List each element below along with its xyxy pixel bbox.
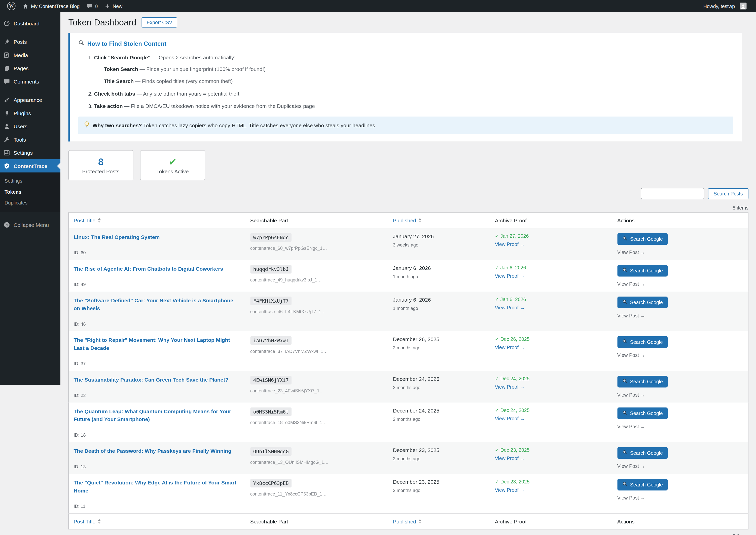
view-proof-link[interactable]: View Proof →	[495, 487, 525, 493]
header-actions: Actions	[612, 213, 748, 228]
magnifier-icon	[78, 40, 85, 48]
table-row: The Quantum Leap: What Quantum Computing…	[69, 403, 748, 442]
view-proof-link[interactable]: View Proof →	[495, 273, 525, 279]
post-title-link[interactable]: The Quantum Leap: What Quantum Computing…	[74, 408, 240, 424]
post-title-link[interactable]: The "Software-Defined" Car: Your Next Ve…	[74, 297, 240, 313]
footer-post-title[interactable]: Post Title	[69, 514, 245, 529]
searchable-part-cell: OUnIlSMHMgcG contenttrace_13_OUnIlSMHMgc…	[245, 442, 388, 474]
admin-sidebar: Dashboard Posts Media Pages Comments	[0, 12, 60, 385]
view-post-link[interactable]: View Post →	[617, 392, 645, 398]
comments-icon	[0, 78, 14, 85]
archive-date: ✓ Dec 23, 2025	[495, 479, 607, 485]
header-archive-proof: Archive Proof	[490, 213, 612, 228]
protected-posts-card: 8 Protected Posts	[69, 151, 134, 181]
view-proof-link[interactable]: View Proof →	[495, 384, 525, 390]
menu-separator	[0, 88, 60, 93]
post-id: ID: 23	[74, 393, 240, 398]
table-row: The "Right to Repair" Movement: Why Your…	[69, 331, 748, 371]
view-proof-link[interactable]: View Proof →	[495, 305, 525, 311]
view-post-link[interactable]: View Post →	[617, 424, 645, 430]
search-google-button[interactable]: Search Google	[617, 336, 668, 348]
published-relative: 2 months ago	[393, 417, 485, 422]
submenu-item-tokens[interactable]: Tokens	[0, 186, 60, 197]
post-title-cell: The Sustainability Paradox: Can Green Te…	[69, 371, 245, 403]
view-proof-link[interactable]: View Proof →	[495, 242, 525, 247]
search-google-button[interactable]: Search Google	[617, 234, 668, 245]
sort-indicator-icon	[98, 218, 101, 223]
actions-cell: Search Google View Post →	[612, 292, 748, 331]
view-proof-link[interactable]: View Proof →	[495, 456, 525, 461]
sidebar-item-media[interactable]: Media	[0, 48, 60, 62]
published-cell: January 6, 2026 1 month ago	[388, 292, 490, 331]
collapse-arrow-icon	[0, 221, 14, 228]
view-post-link[interactable]: View Post →	[617, 249, 645, 255]
wordpress-logo[interactable]: W	[4, 0, 19, 12]
view-post-link[interactable]: View Post →	[617, 352, 645, 358]
post-title-cell: The "Right to Repair" Movement: Why Your…	[69, 331, 245, 371]
post-title-link[interactable]: The "Right to Repair" Movement: Why Your…	[74, 336, 240, 352]
token-full-string: contenttrace_18_o0MS3Ni5Rm6t_1…	[250, 420, 383, 425]
search-icon	[622, 339, 627, 346]
archive-proof-cell: ✓ Dec 23, 2025 View Proof →	[490, 442, 612, 474]
post-title-link[interactable]: The Sustainability Paradox: Can Green Te…	[74, 376, 240, 384]
post-title-link[interactable]: The Death of the Password: Why Passkeys …	[74, 447, 240, 455]
tokens-active-label: Tokens Active	[156, 168, 189, 174]
published-cell: December 24, 2025 2 months ago	[388, 403, 490, 442]
export-csv-button[interactable]: Export CSV	[142, 17, 177, 28]
token-chip: o0MS3Ni5Rm6t	[250, 408, 292, 416]
token-full-string: contenttrace_46_F4FKMtXxUjT7_1…	[250, 309, 383, 314]
account-menu[interactable]: Howdy, testwp	[700, 0, 750, 12]
search-google-button[interactable]: Search Google	[617, 479, 668, 491]
view-proof-link[interactable]: View Proof →	[495, 416, 525, 422]
actions-cell: Search Google View Post →	[612, 371, 748, 403]
new-label: New	[112, 3, 122, 9]
header-published[interactable]: Published	[388, 213, 490, 228]
table-row: Linux: The Real Operating System ID: 60 …	[69, 228, 748, 260]
archive-proof-cell: ✓ Jan 6, 2026 View Proof →	[490, 260, 612, 292]
sidebar-item-tools[interactable]: Tools	[0, 133, 60, 146]
post-title-cell: The Quantum Leap: What Quantum Computing…	[69, 403, 245, 442]
site-name-menu[interactable]: My ContentTrace Blog	[19, 0, 83, 12]
sidebar-item-settings[interactable]: Settings	[0, 146, 60, 159]
post-title-cell: The Rise of Agentic AI: From Chatbots to…	[69, 260, 245, 292]
search-posts-button[interactable]: Search Posts	[708, 188, 748, 199]
search-google-button[interactable]: Search Google	[617, 376, 668, 388]
token-chip: Yx8ccCP63pEB	[250, 479, 292, 488]
submenu-item-settings[interactable]: Settings	[0, 176, 60, 187]
comments-menu[interactable]: 0	[83, 0, 101, 12]
view-post-link[interactable]: View Post →	[617, 464, 645, 469]
search-icon	[622, 236, 627, 242]
post-title-link[interactable]: The "Quiet" Revolution: Why Edge AI is t…	[74, 479, 240, 495]
search-google-button[interactable]: Search Google	[617, 408, 668, 420]
search-google-button[interactable]: Search Google	[617, 265, 668, 277]
post-title-link[interactable]: The Rise of Agentic AI: From Chatbots to…	[74, 265, 240, 273]
new-content-menu[interactable]: New	[101, 0, 126, 12]
sidebar-item-posts[interactable]: Posts	[0, 35, 60, 48]
token-full-string: contenttrace_37_iAD7VhMZWxwI_1…	[250, 349, 383, 354]
post-title-link[interactable]: Linux: The Real Operating System	[74, 234, 240, 241]
submenu-item-duplicates[interactable]: Duplicates	[0, 197, 60, 209]
sidebar-item-plugins[interactable]: Plugins	[0, 106, 60, 120]
header-post-title[interactable]: Post Title	[69, 213, 245, 228]
search-google-button[interactable]: Search Google	[617, 447, 668, 459]
sidebar-item-pages[interactable]: Pages	[0, 62, 60, 75]
archive-date: ✓ Jan 6, 2026	[495, 265, 607, 271]
view-proof-link[interactable]: View Proof →	[495, 345, 525, 351]
sidebar-item-appearance[interactable]: Appearance	[0, 93, 60, 107]
search-google-button[interactable]: Search Google	[617, 297, 668, 309]
sidebar-item-users[interactable]: Users	[0, 120, 60, 133]
search-input[interactable]	[641, 188, 704, 199]
search-icon	[622, 482, 627, 488]
view-post-link[interactable]: View Post →	[617, 495, 645, 501]
sidebar-item-contenttrace[interactable]: ContentTrace	[0, 159, 60, 173]
actions-cell: Search Google View Post →	[612, 442, 748, 474]
media-icon	[0, 52, 14, 58]
footer-published[interactable]: Published	[388, 514, 490, 529]
sidebar-item-dashboard[interactable]: Dashboard	[0, 16, 60, 30]
sidebar-item-comments[interactable]: Comments	[0, 75, 60, 88]
view-post-link[interactable]: View Post →	[617, 313, 645, 319]
items-count-top: 8 items	[69, 205, 749, 211]
collapse-menu-button[interactable]: Collapse Menu	[0, 218, 60, 231]
view-post-link[interactable]: View Post →	[617, 281, 645, 287]
shield-icon	[0, 162, 14, 169]
